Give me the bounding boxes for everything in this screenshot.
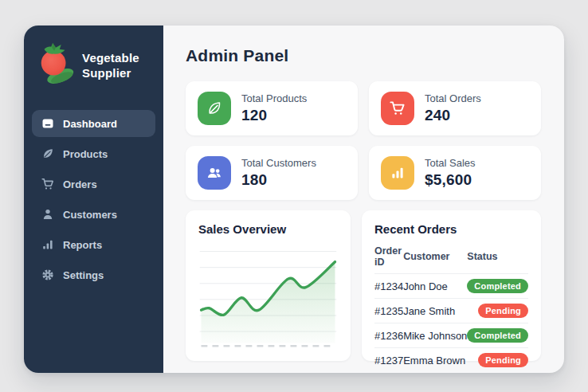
dashboard-icon	[41, 117, 54, 130]
line-chart	[198, 244, 338, 351]
stat-label: Total Products	[241, 92, 307, 104]
recent-orders-table: Order iD Customer Status #1234 John Doe …	[374, 244, 528, 372]
stat-text: Total Orders 240	[425, 92, 481, 124]
stat-value: 120	[241, 107, 307, 124]
leaf-icon	[41, 147, 54, 160]
stat-value: 240	[425, 107, 481, 124]
stat-card-total-orders: Total Orders 240	[369, 81, 541, 135]
stat-label: Total Customers	[241, 157, 316, 169]
order-id-cell: #1236	[374, 323, 403, 348]
stat-text: Total Sales $5,600	[425, 157, 476, 189]
cart-icon	[381, 92, 414, 125]
page-title: Admin Panel	[186, 46, 541, 65]
status-badge: Pending	[478, 304, 528, 318]
sidebar: Vegetable Supplier Dashboard	[24, 25, 163, 373]
brand-name-line1: Vegetable	[82, 50, 139, 65]
app-window: Vegetable Supplier Dashboard	[24, 25, 564, 373]
order-id-cell: #1235	[374, 299, 403, 323]
sales-overview-card: Sales Overview	[186, 210, 351, 361]
user-icon	[41, 208, 54, 221]
column-header-customer: Customer	[403, 244, 467, 274]
stat-label: Total Orders	[425, 92, 481, 104]
sidebar-item-label: Reports	[63, 239, 102, 251]
bar-chart-icon	[41, 238, 54, 251]
gear-icon	[41, 269, 54, 281]
recent-orders-card: Recent Orders Order iD Customer Status #…	[362, 210, 541, 361]
column-header-status: Status	[467, 244, 528, 274]
order-id-cell: #1237	[374, 348, 403, 373]
stat-text: Total Products 120	[241, 92, 307, 124]
stat-text: Total Customers 180	[241, 157, 316, 189]
customer-cell: Mike Johnson	[403, 323, 467, 348]
table-row: #1237 Emma Brown Pending	[374, 348, 528, 373]
brand-name-line2: Supplier	[82, 65, 139, 80]
customer-cell: Jane Smith	[403, 299, 467, 323]
sidebar-item-reports[interactable]: Reports	[32, 231, 155, 258]
brand: Vegetable Supplier	[24, 25, 163, 104]
sidebar-item-label: Orders	[63, 178, 97, 190]
table-header-row: Order iD Customer Status	[374, 244, 528, 274]
stat-card-total-sales: Total Sales $5,600	[369, 146, 541, 200]
users-icon	[198, 156, 231, 190]
stat-cards: Total Products 120 Total Orders 240	[186, 81, 541, 200]
sidebar-item-dashboard[interactable]: Dashboard	[32, 110, 155, 137]
bar-chart-icon	[381, 156, 414, 190]
sidebar-item-label: Dashboard	[63, 118, 117, 130]
sidebar-item-label: Products	[63, 148, 108, 160]
status-badge: Completed	[467, 328, 528, 343]
order-id-cell: #1234	[374, 274, 403, 299]
table-row: #1235 Jane Smith Pending	[374, 299, 528, 323]
sidebar-item-customers[interactable]: Customers	[32, 201, 155, 228]
status-badge: Completed	[467, 279, 528, 293]
bottom-panels: Sales Overview	[186, 210, 541, 361]
brand-name: Vegetable Supplier	[82, 50, 139, 80]
sales-overview-title: Sales Overview	[198, 222, 338, 236]
sidebar-item-label: Customers	[63, 209, 117, 221]
stat-value: $5,600	[425, 171, 476, 189]
stat-value: 180	[241, 171, 316, 189]
main-content: Admin Panel Total Products 120	[163, 25, 564, 373]
sidebar-item-label: Settings	[63, 269, 104, 281]
sidebar-item-orders[interactable]: Orders	[32, 171, 155, 198]
stat-label: Total Sales	[425, 157, 476, 169]
stat-card-total-products: Total Products 120	[186, 81, 358, 135]
leaf-icon	[198, 92, 231, 125]
sales-overview-chart	[198, 244, 338, 351]
column-header-order-id: Order iD	[374, 244, 403, 274]
sidebar-item-products[interactable]: Products	[32, 140, 155, 167]
customer-cell: Emma Brown	[403, 348, 467, 373]
sidebar-nav: Dashboard Products	[24, 104, 163, 295]
sidebar-item-settings[interactable]: Settings	[32, 261, 155, 288]
table-row: #1236 Mike Johnson Completed	[374, 323, 528, 348]
stat-card-total-customers: Total Customers 180	[186, 146, 358, 200]
status-badge: Pending	[478, 353, 528, 367]
recent-orders-title: Recent Orders	[374, 222, 528, 236]
cart-icon	[41, 178, 54, 190]
customer-cell: John Doe	[403, 274, 467, 299]
tomato-logo-icon	[35, 41, 76, 89]
table-row: #1234 John Doe Completed	[374, 274, 528, 299]
